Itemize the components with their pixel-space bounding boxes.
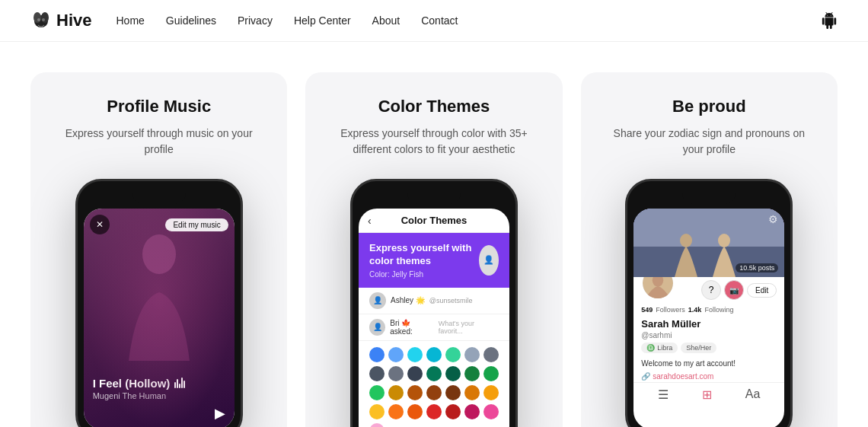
color-banner-subtitle: Color: Jelly Fish <box>369 270 479 279</box>
nav-guidelines[interactable]: Guidelines <box>166 14 216 27</box>
proud-actions: ? 📷 Edit <box>701 280 777 300</box>
nav-contact[interactable]: Contact <box>421 14 458 27</box>
color-themes-card: Color Themes Express yourself through co… <box>305 72 562 427</box>
zodiac-label: Libra <box>657 344 672 352</box>
color-dot-26[interactable] <box>464 404 480 419</box>
gear-icon[interactable]: ⚙ <box>768 213 778 225</box>
color-dot-9[interactable] <box>407 366 423 381</box>
color-banner: Express yourself with color themes Color… <box>359 233 509 288</box>
proud-handle: @sarhmi <box>633 331 784 339</box>
tab-list[interactable]: ☰ <box>658 387 669 402</box>
svg-point-9 <box>718 234 730 247</box>
music-overlay-top: ✕ Edit my music <box>90 215 228 234</box>
color-dot-14[interactable] <box>369 385 385 400</box>
color-dot-7[interactable] <box>369 366 385 381</box>
proud-bio: Welcome to my art account! <box>633 356 784 371</box>
color-user-1: Ashley 🌟 <box>391 296 425 304</box>
logo[interactable]: Hive <box>30 10 91 31</box>
tab-text[interactable]: Aa <box>745 387 761 402</box>
person-silhouette <box>113 231 205 361</box>
color-user-1-handle: @sunsetsmile <box>429 297 473 304</box>
profile-music-title: Profile Music <box>107 97 211 116</box>
color-dot-2[interactable] <box>407 347 423 362</box>
proud-link[interactable]: 🔗 sarahdoesart.com <box>633 371 784 382</box>
color-dot-21[interactable] <box>369 404 385 419</box>
color-dot-17[interactable] <box>426 385 442 400</box>
profile-music-card: Profile Music Express yourself through m… <box>30 72 287 427</box>
color-dot-28[interactable] <box>369 423 385 427</box>
color-dot-15[interactable] <box>388 385 404 400</box>
color-user-row-2: 👤 Bri 🍁 asked: What's your favorit... <box>359 314 509 341</box>
color-dot-13[interactable] <box>483 366 499 381</box>
phone-frame-2: ‹ Color Themes Express yourself with col… <box>350 179 518 427</box>
logo-icon <box>30 10 52 31</box>
color-dot-19[interactable] <box>464 385 480 400</box>
nav-about[interactable]: About <box>372 14 400 27</box>
zodiac-icon: ♎ <box>646 344 655 352</box>
phone-frame-3: ⚙ 10.5k posts ? 📷 <box>625 179 793 427</box>
phone-notch-3 <box>682 190 736 204</box>
nav-home[interactable]: Home <box>116 14 144 27</box>
color-dot-3[interactable] <box>426 347 442 362</box>
proud-badges: ♎ Libra She/Her <box>633 339 784 356</box>
proud-cover: ⚙ 10.5k posts <box>633 209 784 277</box>
music-close-btn[interactable]: ✕ <box>90 215 110 234</box>
profile-music-phone: ✕ Edit my music I Feel (Hollow) <box>75 179 243 427</box>
color-dot-11[interactable] <box>445 366 461 381</box>
phone-frame-1: ✕ Edit my music I Feel (Hollow) <box>75 179 243 427</box>
nav-privacy[interactable]: Privacy <box>238 14 273 27</box>
proud-link-text: sarahdoesart.com <box>653 372 713 381</box>
color-dot-4[interactable] <box>445 347 461 362</box>
color-themes-title: Color Themes <box>378 97 490 116</box>
features-section: Profile Music Express yourself through m… <box>0 42 868 427</box>
color-dot-5[interactable] <box>464 347 480 362</box>
color-dot-16[interactable] <box>407 385 423 400</box>
color-themes-phone: ‹ Color Themes Express yourself with col… <box>350 179 518 427</box>
zodiac-badge: ♎ Libra <box>641 343 678 353</box>
color-user-avatar-2: 👤 <box>369 319 385 336</box>
svg-point-1 <box>34 12 41 23</box>
phone-notch-1 <box>132 190 186 204</box>
posts-count: 10.5k posts <box>736 263 778 272</box>
phone-screen-3: ⚙ 10.5k posts ? 📷 <box>633 209 784 427</box>
back-arrow[interactable]: ‹ <box>368 215 372 227</box>
proud-profile-tabs: ☰ ⊞ Aa <box>633 382 784 406</box>
svg-point-8 <box>680 234 692 247</box>
proud-profile-row: ? 📷 Edit <box>633 277 784 303</box>
be-proud-desc: Share your zodiac sign and pronouns on y… <box>610 126 808 158</box>
color-dot-0[interactable] <box>369 347 385 362</box>
color-dot-12[interactable] <box>464 366 480 381</box>
color-dot-1[interactable] <box>388 347 404 362</box>
color-dot-20[interactable] <box>483 385 499 400</box>
color-dot-18[interactable] <box>445 385 461 400</box>
color-dot-25[interactable] <box>445 404 461 419</box>
color-dot-23[interactable] <box>407 404 423 419</box>
color-dot-10[interactable] <box>426 366 442 381</box>
color-dot-8[interactable] <box>388 366 404 381</box>
followers-count: 549 <box>641 306 653 314</box>
proud-name: Sarah Müller <box>633 317 784 331</box>
color-dot-6[interactable] <box>483 347 499 362</box>
proud-action-photo[interactable]: 📷 <box>724 280 744 300</box>
music-edit-btn[interactable]: Edit my music <box>165 218 228 231</box>
proud-edit-btn[interactable]: Edit <box>747 283 777 298</box>
color-grid <box>359 341 509 427</box>
profile-music-desc: Express yourself through music on your p… <box>60 126 258 158</box>
color-dot-22[interactable] <box>388 404 404 419</box>
svg-rect-7 <box>633 247 784 277</box>
nav-links: Home Guidelines Privacy Help Center Abou… <box>116 14 458 27</box>
be-proud-card: Be proud Share your zodiac sign and pron… <box>581 72 838 427</box>
color-dot-24[interactable] <box>426 404 442 419</box>
color-user-row-1: 👤 Ashley 🌟 @sunsetsmile <box>359 288 509 314</box>
tab-grid[interactable]: ⊞ <box>702 387 712 402</box>
proud-action-question[interactable]: ? <box>701 280 721 300</box>
following-count: 1.4k <box>688 306 702 314</box>
color-user-avatar-1: 👤 <box>369 292 386 309</box>
color-banner-text: Express yourself with color themes Color… <box>369 242 479 279</box>
be-proud-phone: ⚙ 10.5k posts ? 📷 <box>625 179 793 427</box>
link-icon: 🔗 <box>641 372 650 381</box>
color-dot-27[interactable] <box>483 404 499 419</box>
nav-help-center[interactable]: Help Center <box>294 14 351 27</box>
svg-point-5 <box>142 234 176 274</box>
proud-stats: 549 Followers 1.4k Following <box>633 303 784 317</box>
